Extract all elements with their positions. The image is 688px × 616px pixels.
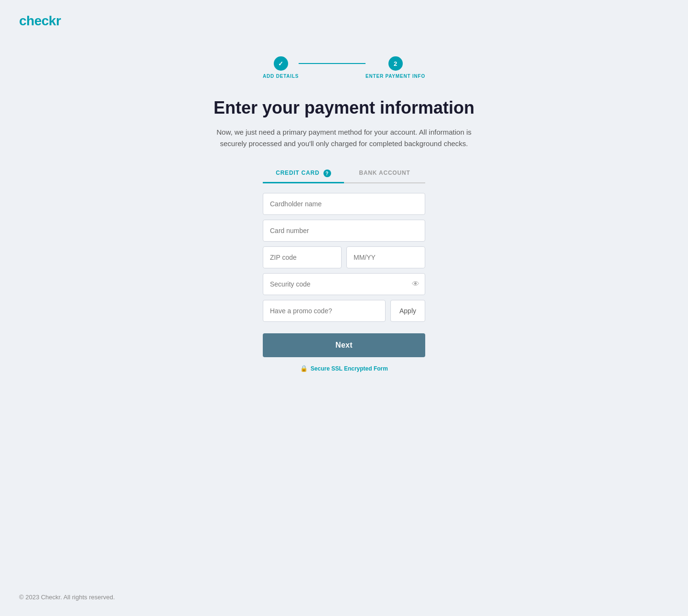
stepper: ✓ Add Details 2 Enter Payment Info (263, 56, 425, 79)
security-code-group: 👁 (263, 273, 425, 295)
promo-code-input[interactable] (263, 300, 386, 322)
step-2-circle: 2 (388, 56, 403, 71)
zip-code-input[interactable] (263, 246, 342, 268)
promo-row: Apply (263, 300, 425, 322)
step-1: ✓ Add Details (263, 56, 299, 79)
page-title: Enter your payment information (214, 98, 474, 118)
cardholder-name-input[interactable] (263, 193, 425, 215)
logo: checkr (19, 13, 669, 29)
zip-expiry-row (263, 246, 425, 268)
eye-icon[interactable]: 👁 (412, 280, 419, 288)
tab-bank-account[interactable]: Bank Account (344, 165, 425, 183)
card-number-group (263, 220, 425, 242)
main-content: ✓ Add Details 2 Enter Payment Info Enter… (0, 42, 688, 372)
payment-tabs: Credit Card ? Bank Account (263, 165, 425, 183)
footer: © 2023 Checkr. All rights reserved. (19, 594, 115, 601)
header: checkr (0, 0, 688, 42)
payment-form: Credit Card ? Bank Account (263, 165, 425, 372)
credit-card-help-icon[interactable]: ? (323, 170, 331, 177)
page-subtitle: Now, we just need a primary payment meth… (210, 127, 478, 149)
apply-button[interactable]: Apply (390, 300, 425, 322)
checkmark-icon: ✓ (278, 60, 283, 67)
expiry-input[interactable] (346, 246, 425, 268)
lock-icon: 🔒 (300, 365, 308, 372)
step-connector (299, 63, 366, 64)
step-2: 2 Enter Payment Info (366, 56, 425, 79)
expiry-group (346, 246, 425, 268)
step-2-label: Enter Payment Info (366, 74, 425, 79)
security-code-input[interactable] (263, 273, 425, 295)
step-2-number: 2 (394, 60, 397, 67)
card-number-input[interactable] (263, 220, 425, 242)
step-1-circle: ✓ (274, 56, 288, 71)
tab-credit-card[interactable]: Credit Card ? (263, 165, 344, 183)
secure-notice: 🔒 Secure SSL Encrypted Form (263, 365, 425, 372)
next-button[interactable]: Next (263, 333, 425, 357)
cardholder-name-group (263, 193, 425, 215)
zip-code-group (263, 246, 342, 268)
footer-text: © 2023 Checkr. All rights reserved. (19, 594, 115, 601)
security-code-wrapper: 👁 (263, 273, 425, 295)
secure-label: Secure SSL Encrypted Form (311, 365, 388, 372)
step-1-label: Add Details (263, 74, 299, 79)
